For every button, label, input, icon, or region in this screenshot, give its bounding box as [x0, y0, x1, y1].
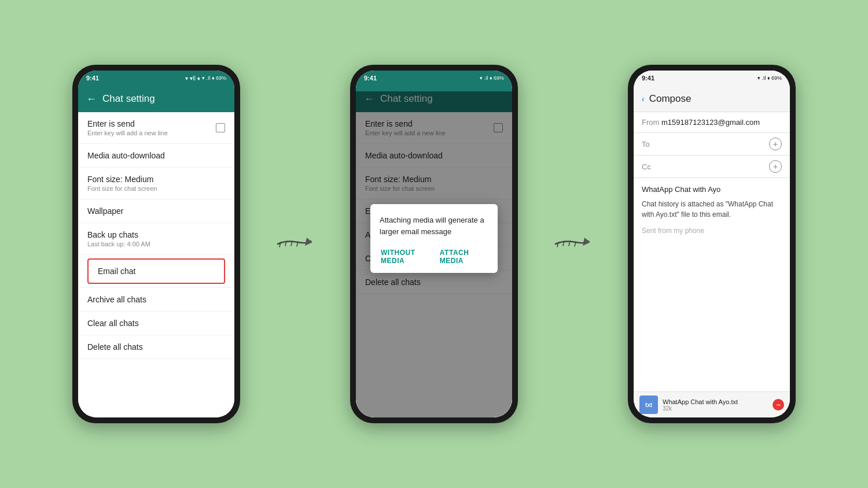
to-field[interactable]: To +: [634, 133, 790, 156]
arrow-icon-2: [553, 230, 593, 258]
compose-header: ‹ Compose: [634, 86, 790, 112]
settings-item-email-chat[interactable]: Email chat: [87, 258, 225, 284]
phone-2: 9:41 ▾ .Il ♦ 69% ← Chat setting Enter is…: [350, 65, 518, 423]
status-bar-3: 9:41 ▾ .Il ♦ 69%: [634, 71, 790, 86]
arrow-2: [553, 230, 593, 258]
arrow-icon-1: [275, 230, 315, 258]
settings-item-font-size[interactable]: Font size: Medium Font size for chat scr…: [78, 168, 234, 199]
status-icons-3: ▾ .Il ♦ 69%: [757, 75, 782, 81]
header-title-1: Chat setting: [102, 93, 155, 105]
settings-item-wallpaper[interactable]: Wallpaper: [78, 199, 234, 223]
dialog-actions: WITHOUT MEDIA ATTACH MEDIA: [380, 246, 488, 267]
from-label: From: [642, 118, 661, 127]
status-time-1: 9:41: [86, 75, 99, 82]
compose-content: WhatApp Chat with Ayo Chat history is at…: [634, 178, 790, 391]
attach-icon: txt: [639, 395, 658, 414]
media-auto-label: Media auto-download: [87, 151, 165, 160]
attach-media-button[interactable]: ATTACH MEDIA: [439, 246, 488, 267]
to-add-button[interactable]: +: [769, 138, 782, 150]
compose-body: From m159187123123@gmail.com To + Cc + W…: [634, 112, 790, 417]
settings-item-clear[interactable]: Clear all chats: [78, 312, 234, 335]
subject-title: WhatApp Chat with Ayo: [642, 184, 782, 195]
enter-send-label: Enter is send: [87, 119, 168, 128]
status-icons-1: ▾ ▾Il ♦ ▾ .Il ♦ 69%: [185, 75, 226, 82]
body-text[interactable]: Chat history is attached as "WhatApp Cha…: [642, 199, 782, 220]
font-size-label: Font size: Medium: [87, 175, 157, 184]
from-field: From m159187123123@gmail.com: [634, 112, 790, 133]
attachment-area: txt WhatApp Chat with Ayo.txt 32k −: [634, 391, 790, 417]
attach-info: WhatApp Chat with Ayo.txt 32k: [663, 398, 738, 412]
enter-send-sub: Enter key will add a new line: [87, 130, 168, 136]
delete-label: Delete all chats: [87, 342, 143, 352]
arrow-1: [275, 230, 315, 258]
to-label: To: [642, 140, 661, 149]
from-value: m159187123123@gmail.com: [661, 118, 782, 127]
compose-back-button[interactable]: ‹: [642, 94, 645, 103]
attach-remove-button[interactable]: −: [773, 399, 784, 411]
settings-item-media-auto[interactable]: Media auto-download: [78, 144, 234, 168]
back-arrow-1[interactable]: ←: [86, 93, 97, 105]
without-media-button[interactable]: WITHOUT MEDIA: [380, 246, 434, 267]
enter-send-checkbox[interactable]: [216, 123, 225, 132]
cc-field[interactable]: Cc +: [634, 156, 790, 178]
settings-item-backup[interactable]: Back up chats Last back up: 4:00 AM: [78, 223, 234, 255]
phone-1: 9:41 ▾ ▾Il ♦ ▾ .Il ♦ 69% ← Chat setting …: [72, 65, 240, 423]
sent-text: Sent from my phone: [642, 225, 782, 236]
attach-name: WhatApp Chat with Ayo.txt: [663, 398, 738, 405]
clear-label: Clear all chats: [87, 319, 139, 328]
font-size-sub: Font size for chat screen: [87, 185, 157, 192]
dialog-text: Attaching media will generate a larger e…: [380, 215, 488, 237]
status-bar-1: 9:41 ▾ ▾Il ♦ ▾ .Il ♦ 69%: [78, 71, 234, 86]
signal-icon-3: ▾ .Il ♦ 69%: [757, 75, 782, 81]
settings-item-delete[interactable]: Delete all chats: [78, 335, 234, 359]
backup-label: Back up chats: [87, 230, 150, 239]
media-dialog: Attaching media will generate a larger e…: [370, 204, 498, 273]
status-time-2: 9:41: [364, 75, 377, 82]
status-icons-2: ▾ .Il ♦ 69%: [480, 75, 504, 81]
archive-label: Archive all chats: [87, 295, 146, 304]
attach-size: 32k: [663, 405, 738, 412]
compose-title: Compose: [649, 93, 692, 105]
cc-add-button[interactable]: +: [769, 160, 782, 173]
signal-icon-1: ▾ ▾Il ♦: [185, 75, 200, 82]
status-bar-2: 9:41 ▾ .Il ♦ 69%: [356, 71, 512, 86]
signal-icon-2: ▾ .Il ♦ 69%: [480, 75, 504, 81]
battery-1: ▾ .Il ♦ 69%: [202, 75, 226, 81]
status-time-3: 9:41: [642, 75, 654, 82]
settings-list-1: Enter is send Enter key will add a new l…: [78, 112, 234, 417]
phone-3: 9:41 ▾ .Il ♦ 69% ‹ Compose From m1591871…: [628, 65, 796, 423]
cc-label: Cc: [642, 162, 661, 171]
email-chat-label: Email chat: [98, 267, 215, 276]
settings-item-archive[interactable]: Archive all chats: [78, 288, 234, 312]
wallpaper-label: Wallpaper: [87, 206, 124, 216]
settings-item-enter-send[interactable]: Enter is send Enter key will add a new l…: [78, 112, 234, 144]
backup-sub: Last back up: 4:00 AM: [87, 241, 150, 247]
app-header-1: ← Chat setting: [78, 86, 234, 112]
